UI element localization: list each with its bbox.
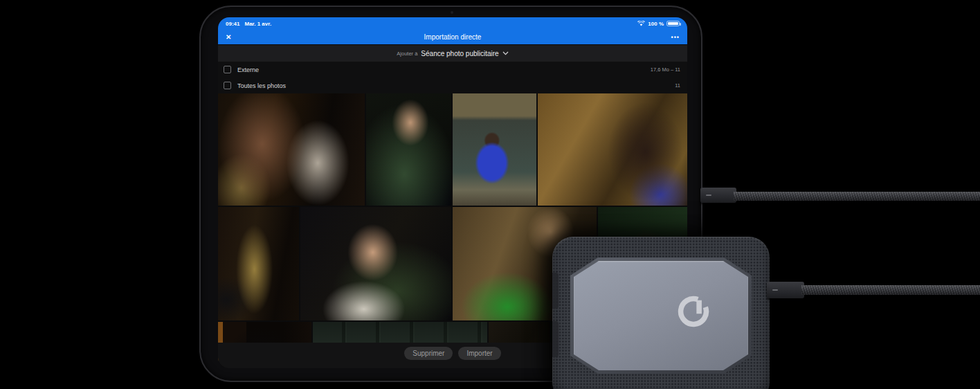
source-label: Toutes les photos: [237, 82, 286, 89]
photo-thumbnail[interactable]: [300, 207, 451, 320]
drive-bumper: [552, 321, 559, 357]
source-row-externe[interactable]: Externe 17,6 Mo – 11: [218, 62, 687, 78]
scene: 09:41 Mar. 1 avr. 100 % ✕: [0, 0, 980, 389]
source-meta: 11: [675, 82, 680, 89]
photo-thumbnail[interactable]: [218, 207, 299, 320]
delete-button[interactable]: Supprimer: [404, 347, 453, 360]
drive-bumper: [552, 273, 559, 309]
wifi-icon: [637, 21, 645, 26]
battery-percent: 100 %: [648, 21, 664, 27]
usbc-connector-drive: [767, 282, 804, 298]
front-camera: [451, 11, 453, 14]
photo-thumbnail[interactable]: [218, 93, 365, 206]
import-button[interactable]: Importer: [458, 347, 500, 360]
battery-icon: [666, 21, 680, 26]
photo-thumbnail[interactable]: [538, 93, 687, 206]
usbc-cable-ipad: [734, 192, 980, 201]
external-ssd-drive: [552, 237, 770, 389]
source-list: Externe 17,6 Mo – 11 Toutes les photos 1…: [218, 62, 687, 93]
photo-thumbnail[interactable]: [366, 93, 451, 206]
status-bar: 09:41 Mar. 1 avr. 100 %: [218, 17, 687, 30]
add-to-label: Ajouter à: [397, 51, 417, 57]
status-date: Mar. 1 avr.: [244, 21, 271, 27]
app-header: ✕ Importation directe •••: [218, 30, 687, 44]
page-title: Importation directe: [218, 33, 687, 41]
add-to-bar[interactable]: Ajouter à Séance photo publicitaire: [218, 44, 687, 62]
checkbox-toutes-les-photos[interactable]: [224, 82, 231, 89]
usbc-connector-ipad: [700, 188, 736, 203]
chevron-down-icon: [502, 51, 509, 55]
drive-plate: [574, 261, 748, 370]
photo-grid-row-1: [218, 93, 687, 206]
source-meta: 17,6 Mo – 11: [651, 66, 680, 73]
source-label: Externe: [237, 66, 259, 73]
source-row-toutes-les-photos[interactable]: Toutes les photos 11: [218, 78, 687, 93]
album-selector[interactable]: Séance photo publicitaire: [421, 50, 498, 57]
g-drive-logo-icon: [675, 293, 711, 329]
checkbox-externe[interactable]: [224, 66, 231, 73]
photo-thumbnail[interactable]: [453, 93, 536, 206]
usbc-cable-drive: [801, 285, 980, 295]
status-time: 09:41: [226, 21, 239, 27]
